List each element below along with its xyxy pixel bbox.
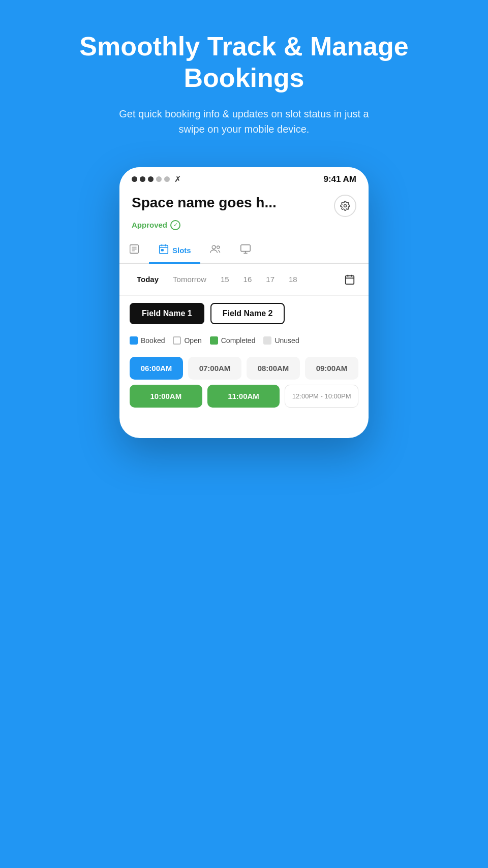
slot-range[interactable]: 12:00PM - 10:00PM: [285, 385, 358, 408]
phone-mockup: ✗ 9:41 AM Space name goes h... Approved …: [119, 167, 369, 438]
date-18[interactable]: 18: [282, 272, 304, 287]
legend-completed: Completed: [210, 336, 256, 345]
slots-row-1: 06:00AM 07:00AM 08:00AM 09:00AM: [130, 357, 358, 380]
tab-slots-label: Slots: [172, 246, 191, 255]
svg-rect-9: [161, 250, 163, 251]
signal-dot-5: [164, 176, 170, 182]
field-btn-1[interactable]: Field Name 1: [130, 303, 204, 324]
slot-0900[interactable]: 09:00AM: [305, 357, 358, 380]
booked-label: Booked: [141, 336, 165, 345]
info-display-icon: [240, 243, 251, 257]
signal-dot-3: [148, 176, 154, 182]
app-title: Space name goes h...: [132, 195, 277, 211]
svg-rect-15: [346, 275, 354, 284]
page-subtitle: Get quick booking info & updates on slot…: [112, 106, 376, 137]
slot-0600[interactable]: 06:00AM: [130, 357, 183, 380]
date-today[interactable]: Today: [130, 272, 166, 287]
legend-booked: Booked: [130, 336, 165, 345]
slot-0800[interactable]: 08:00AM: [247, 357, 300, 380]
settings-button[interactable]: [334, 195, 356, 217]
bookings-icon: [209, 243, 222, 257]
svg-rect-12: [241, 245, 250, 252]
slot-1000[interactable]: 10:00AM: [130, 385, 202, 408]
slots-calendar-icon: [158, 243, 169, 257]
open-dot: [173, 336, 181, 345]
date-nav: Today Tomorrow 15 16 17 18: [119, 264, 369, 296]
signal-dot-1: [132, 176, 137, 182]
slots-row-2: 10:00AM 11:00AM 12:00PM - 10:00PM: [130, 385, 358, 408]
receipt-icon: [129, 243, 140, 255]
date-15[interactable]: 15: [214, 272, 236, 287]
signal-dot-4: [156, 176, 162, 182]
group-icon: [209, 243, 222, 255]
signal-dot-2: [140, 176, 145, 182]
app-header: Space name goes h... Approved ✓: [119, 190, 369, 230]
unused-dot: [263, 336, 271, 345]
tab-slots[interactable]: Slots: [149, 238, 200, 264]
legend-open: Open: [173, 336, 201, 345]
open-label: Open: [184, 336, 201, 345]
calendar-picker-button[interactable]: [341, 271, 358, 288]
svg-point-10: [212, 245, 216, 249]
calendar-icon: [158, 243, 169, 255]
finance-icon: [129, 243, 140, 257]
svg-point-0: [344, 204, 347, 207]
svg-point-11: [217, 246, 219, 249]
date-16[interactable]: 16: [236, 272, 259, 287]
approved-label: Approved: [132, 221, 167, 229]
slot-0700[interactable]: 07:00AM: [188, 357, 241, 380]
svg-rect-5: [160, 245, 168, 254]
status-time: 9:41 AM: [323, 174, 356, 184]
unused-label: Unused: [274, 336, 299, 345]
tab-info[interactable]: [231, 238, 260, 264]
gear-icon: [340, 201, 350, 211]
date-17[interactable]: 17: [259, 272, 282, 287]
tab-finance[interactable]: [119, 238, 149, 264]
booked-dot: [130, 336, 138, 345]
legend: Booked Open Completed Unused: [119, 331, 369, 352]
app-title-row: Space name goes h...: [132, 195, 356, 217]
bluetooth-icon: ✗: [174, 174, 181, 184]
tab-nav: Slots: [119, 238, 369, 264]
field-btn-2[interactable]: Field Name 2: [210, 303, 285, 324]
date-tomorrow[interactable]: Tomorrow: [166, 272, 214, 287]
slot-1100[interactable]: 11:00AM: [207, 385, 280, 408]
signal-indicators: ✗: [132, 174, 181, 184]
status-bar: ✗ 9:41 AM: [119, 167, 369, 190]
calendar-picker-icon: [344, 274, 355, 285]
completed-dot: [210, 336, 218, 345]
display-icon: [240, 243, 251, 255]
legend-unused: Unused: [263, 336, 299, 345]
page-title: Smoothly Track & Manage Bookings: [36, 30, 452, 94]
approved-check-icon: ✓: [170, 220, 180, 230]
approved-badge: Approved ✓: [132, 220, 356, 230]
field-buttons: Field Name 1 Field Name 2: [119, 296, 369, 331]
slots-grid: 06:00AM 07:00AM 08:00AM 09:00AM 10:00AM …: [119, 352, 369, 418]
completed-label: Completed: [221, 336, 256, 345]
tab-bookings[interactable]: [200, 238, 231, 264]
